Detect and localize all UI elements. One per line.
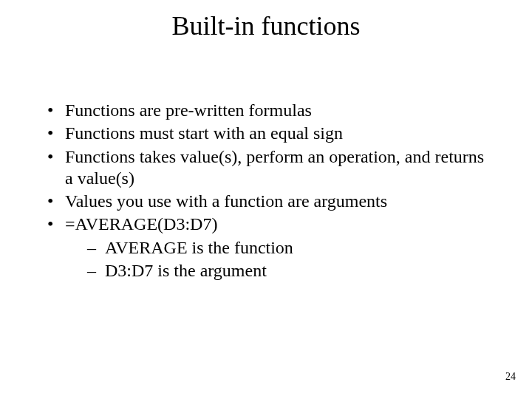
bullet-text: Functions are pre-written formulas <box>65 100 312 120</box>
bullet-text: Functions must start with an equal sign <box>65 123 343 143</box>
bullet-item: Values you use with a function are argum… <box>44 191 488 212</box>
slide-body: Functions are pre-written formulas Funct… <box>44 100 488 283</box>
bullet-item: Functions are pre-written formulas <box>44 100 488 121</box>
bullet-text: Functions takes value(s), perform an ope… <box>65 147 484 188</box>
slide: Built-in functions Functions are pre-wri… <box>0 0 532 399</box>
bullet-item: Functions must start with an equal sign <box>44 123 488 144</box>
bullet-item: =AVERAGE(D3:D7) AVERAGE is the function … <box>44 214 488 282</box>
bullet-text: =AVERAGE(D3:D7) <box>65 214 217 233</box>
sub-bullet-list: AVERAGE is the function D3:D7 is the arg… <box>65 237 488 282</box>
sub-bullet-text: D3:D7 is the argument <box>105 261 267 280</box>
sub-bullet-item: AVERAGE is the function <box>65 237 488 259</box>
bullet-list: Functions are pre-written formulas Funct… <box>44 100 488 282</box>
sub-bullet-item: D3:D7 is the argument <box>65 260 488 282</box>
page-number: 24 <box>505 371 516 383</box>
slide-title: Built-in functions <box>0 10 532 41</box>
sub-bullet-text: AVERAGE is the function <box>105 238 293 257</box>
bullet-item: Functions takes value(s), perform an ope… <box>44 146 488 190</box>
bullet-text: Values you use with a function are argum… <box>65 191 387 211</box>
